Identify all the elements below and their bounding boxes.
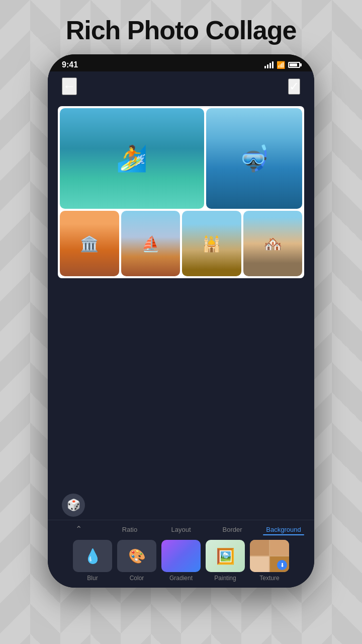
shuffle-button[interactable]: 🎲	[62, 494, 85, 517]
painting-option-icon: 🖼️	[206, 540, 245, 572]
battery-icon	[288, 62, 300, 68]
photo-venice2[interactable]	[121, 211, 180, 276]
bg-option-texture[interactable]: ⬇ Texture	[249, 540, 290, 582]
phone-notch	[146, 54, 216, 69]
status-icons: 📶	[264, 61, 300, 69]
app-title: Rich Photo Collage	[66, 15, 297, 45]
photo-surf[interactable]	[60, 108, 204, 209]
color-label: Color	[130, 575, 144, 582]
bg-option-color[interactable]: 🎨 Color	[117, 540, 157, 582]
photo-venice4[interactable]	[243, 211, 303, 276]
photo-snorkel[interactable]	[206, 108, 302, 209]
blur-label: Blur	[87, 575, 98, 582]
dice-area: 🎲	[48, 487, 314, 520]
painting-label: Painting	[214, 575, 236, 582]
back-button[interactable]: ←	[62, 77, 77, 95]
bottom-tabs: ⌃ Ratio Layout Border Background	[48, 520, 314, 536]
texture-download-icon: ⬇	[277, 560, 287, 570]
status-time: 9:41	[62, 60, 78, 69]
texture-cell-1	[250, 540, 269, 555]
tab-ratio-label: Ratio	[122, 526, 137, 533]
confirm-button[interactable]: ✓	[288, 78, 300, 95]
photo-venice3[interactable]	[182, 211, 241, 276]
tab-background-label: Background	[266, 526, 301, 533]
chevron-down-icon: ⌃	[75, 524, 82, 534]
tab-collapse[interactable]: ⌃	[53, 524, 104, 534]
wifi-icon: 📶	[277, 61, 285, 69]
phone-frame: 9:41 📶 ← ✓	[48, 54, 314, 588]
palette-icon: 🎨	[128, 548, 146, 565]
collage-frame	[58, 106, 304, 278]
background-options-bar: 💧 Blur 🎨 Color Gradient 🖼️ Painting	[48, 536, 314, 588]
tab-layout-label: Layout	[171, 526, 191, 533]
signal-icon	[264, 61, 274, 68]
texture-option-icon: ⬇	[250, 540, 289, 572]
active-tab-indicator	[263, 534, 304, 535]
texture-cell-2	[270, 540, 289, 555]
collage-bottom-row	[60, 211, 302, 276]
tab-background[interactable]: Background	[258, 525, 309, 533]
collage-canvas-area	[48, 101, 314, 487]
texture-cell-3	[250, 556, 269, 572]
bg-option-gradient[interactable]: Gradient	[161, 540, 201, 582]
tab-border[interactable]: Border	[207, 525, 258, 533]
bg-option-painting[interactable]: 🖼️ Painting	[205, 540, 245, 582]
dice-icon: 🎲	[67, 499, 80, 512]
header-nav: ← ✓	[48, 71, 314, 101]
texture-label: Texture	[259, 575, 279, 582]
blur-option-icon: 💧	[73, 540, 112, 572]
color-option-icon: 🎨	[117, 540, 156, 572]
tab-layout[interactable]: Layout	[155, 525, 207, 533]
gradient-label: Gradient	[169, 575, 193, 582]
water-drop-icon: 💧	[84, 548, 102, 565]
bg-option-blur[interactable]: 💧 Blur	[72, 540, 113, 582]
tab-border-label: Border	[222, 526, 242, 533]
tab-ratio[interactable]: Ratio	[104, 525, 155, 533]
gradient-option-icon	[161, 540, 201, 572]
painting-preview: 🖼️	[206, 540, 245, 572]
collage-top-row	[60, 108, 302, 209]
photo-venice1[interactable]	[60, 211, 119, 276]
